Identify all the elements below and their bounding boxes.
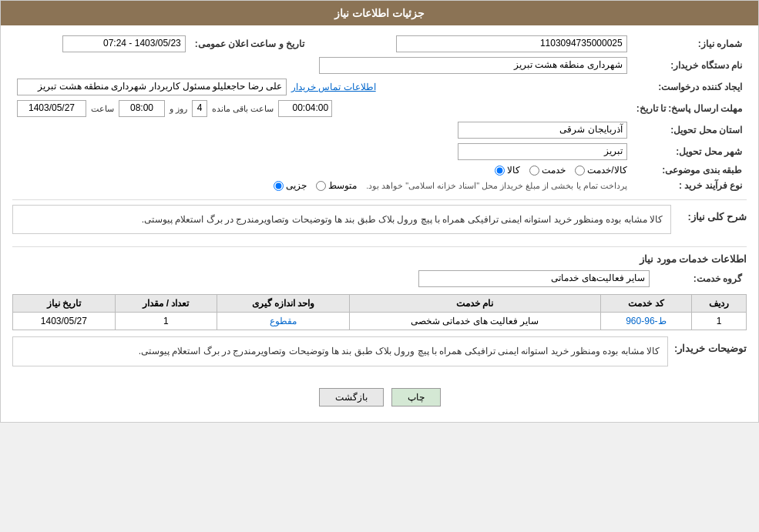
purchase-type-note: پرداخت تمام یا بخشی از مبلغ خریداز محل "… bbox=[366, 181, 627, 191]
purchase-type-motavassit-label: متوسط bbox=[328, 180, 357, 191]
col-count: تعداد / مقدار bbox=[115, 295, 217, 313]
purchase-type-jozii-label: جزیی bbox=[286, 180, 307, 191]
deadline-days: 4 bbox=[192, 100, 207, 117]
creator-value: علی رضا حاجعلیلو مسئول کاربردار شهرداری … bbox=[17, 79, 287, 95]
cell-name: سایر فعالیت های خدماتی شخصی bbox=[350, 313, 601, 330]
col-date: تاریخ نیاز bbox=[13, 295, 116, 313]
deadline-remaining: 00:04:00 bbox=[278, 100, 332, 117]
category-kala: کالا bbox=[495, 165, 520, 176]
niyaz-number-value: 1103094735000025 bbox=[396, 35, 627, 52]
purchase-type-label: نوع فرآیند خرید : bbox=[632, 178, 747, 193]
category-kala-label: کالا bbox=[507, 165, 520, 176]
category-kala-radio[interactable] bbox=[495, 166, 505, 176]
creator-link[interactable]: اطلاعات تماس خریدار bbox=[291, 82, 376, 92]
service-group-value: سایر فعالیت‌های خدماتی bbox=[418, 270, 650, 287]
purchase-type-jozii-radio[interactable] bbox=[274, 181, 284, 191]
cell-count: 1 bbox=[115, 313, 217, 330]
cell-row: 1 bbox=[692, 313, 747, 330]
deadline-days-label: روز و bbox=[170, 104, 187, 114]
announcement-value: 1403/05/23 - 07:24 bbox=[62, 35, 186, 52]
category-khidmat-radio[interactable] bbox=[529, 166, 539, 176]
province-value: آذربایجان شرقی bbox=[458, 122, 627, 139]
niyaz-number-label: شماره نیاز: bbox=[632, 33, 747, 55]
cell-date: 1403/05/27 bbox=[13, 313, 116, 330]
page-title: جزئیات اطلاعات نیاز bbox=[334, 7, 425, 19]
category-kala-khidmat-radio[interactable] bbox=[575, 166, 585, 176]
deadline-time: 08:00 bbox=[119, 100, 165, 117]
footer-buttons: چاپ بازگشت bbox=[12, 380, 747, 414]
page-header: جزئیات اطلاعات نیاز bbox=[1, 1, 758, 25]
creator-label: ایجاد کننده درخواست: bbox=[632, 76, 747, 98]
deadline-label: مهلت ارسال پاسخ: تا تاریخ: bbox=[632, 98, 747, 119]
city-value: تبریز bbox=[458, 143, 627, 160]
purchase-type-motavassit: متوسط bbox=[316, 180, 357, 191]
deadline-time-label: ساعت bbox=[91, 104, 114, 114]
category-label: طبقه بندی موضوعی: bbox=[632, 162, 747, 178]
col-name: نام خدمت bbox=[350, 295, 601, 313]
buyer-notes-label: توضیحات خریدار: bbox=[674, 343, 747, 354]
category-kala-khidmat: کالا/خدمت bbox=[575, 165, 626, 176]
announcement-label: تاریخ و ساعت اعلان عمومی: bbox=[190, 33, 309, 55]
description-value: کالا مشابه بوده ومنظور خرید استوانه ایمن… bbox=[12, 205, 671, 234]
deadline-remaining-label: ساعت باقی مانده bbox=[212, 104, 274, 114]
services-table: ردیف کد خدمت نام خدمت واحد اندازه گیری ت… bbox=[12, 294, 747, 330]
print-button[interactable]: چاپ bbox=[391, 388, 441, 407]
deadline-date: 1403/05/27 bbox=[17, 100, 86, 117]
table-row: 1 ط-96-960 سایر فعالیت های خدماتی شخصی م… bbox=[13, 313, 747, 330]
category-khidmat: خدمت bbox=[529, 165, 566, 176]
city-label: شهر محل تحویل: bbox=[632, 141, 747, 162]
cell-code: ط-96-960 bbox=[600, 313, 692, 330]
col-code: کد خدمت bbox=[600, 295, 692, 313]
buyer-notes-value: کالا مشابه بوده ومنظور خرید استوانه ایمن… bbox=[12, 336, 668, 366]
province-label: استان محل تحویل: bbox=[632, 119, 747, 141]
purchase-type-motavassit-radio[interactable] bbox=[316, 181, 326, 191]
col-row: ردیف bbox=[692, 295, 747, 313]
col-unit: واحد اندازه گیری bbox=[217, 295, 350, 313]
purchase-type-jozii: جزیی bbox=[274, 180, 307, 191]
category-kala-khidmat-label: کالا/خدمت bbox=[587, 165, 626, 176]
back-button[interactable]: بازگشت bbox=[319, 388, 384, 407]
buyer-org-label: نام دستگاه خریدار: bbox=[632, 55, 747, 76]
category-khidmat-label: خدمت bbox=[542, 165, 566, 176]
cell-unit: مقطوع bbox=[217, 313, 350, 330]
description-label: شرح کلی نیاز: bbox=[677, 211, 747, 223]
service-group-label: گروه خدمت: bbox=[654, 268, 747, 289]
buyer-org-value: شهرداری منطقه هشت تبریز bbox=[319, 57, 627, 74]
services-section-label: اطلاعات خدمات مورد نیاز bbox=[12, 253, 747, 265]
